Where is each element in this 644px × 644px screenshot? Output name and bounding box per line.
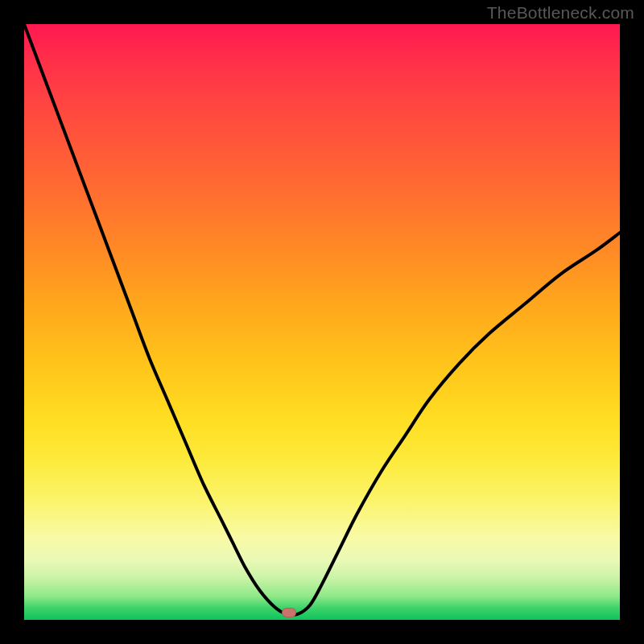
bottleneck-curve: [24, 24, 620, 615]
optimal-marker: [282, 608, 296, 617]
curve-svg: [24, 24, 620, 620]
plot-area: [24, 24, 620, 620]
watermark-text: TheBottleneck.com: [487, 3, 634, 23]
chart-frame: TheBottleneck.com: [0, 0, 644, 644]
